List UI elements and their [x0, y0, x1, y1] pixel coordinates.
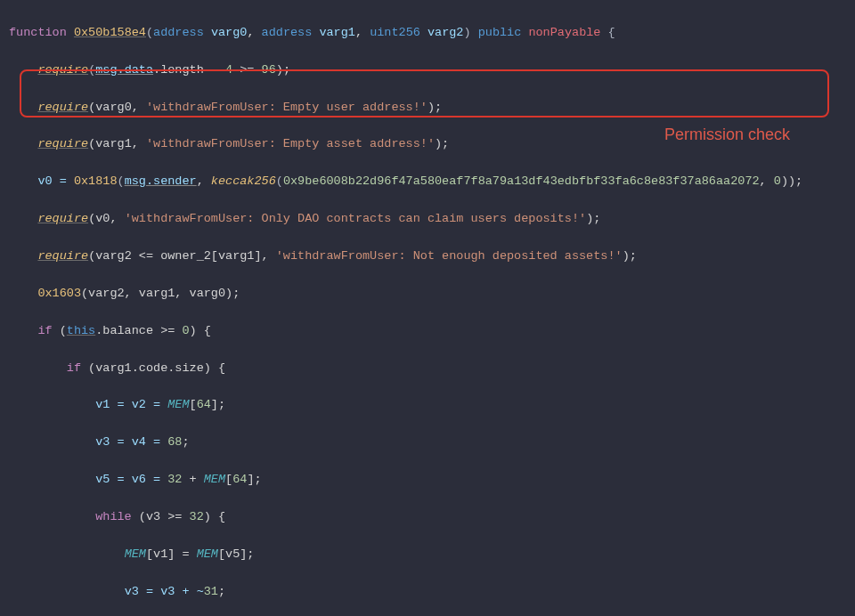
code-line: require(varg2 <= owner_2[varg1], 'withdr… — [9, 247, 855, 266]
code-line: require(msg.data.length - 4 >= 96); — [9, 61, 855, 80]
code-line: v0 = 0x1818(msg.sender, keccak256(0x9be6… — [9, 173, 855, 191]
code-line: v1 = v2 = MEM[64]; — [9, 396, 855, 415]
code-line: require(v0, 'withdrawFromUser: Only DAO … — [9, 210, 855, 229]
annotation-label: Permission check — [664, 123, 790, 148]
code-line: MEM[v1] = MEM[v5]; — [9, 546, 855, 564]
code-line: if (varg1.code.size) { — [9, 360, 855, 378]
code-line: v3 = v4 = 68; — [9, 434, 855, 452]
code-line: v5 = v6 = 32 + MEM[64]; — [9, 471, 855, 490]
code-line: while (v3 >= 32) { — [9, 508, 855, 527]
code-line: if (this.balance >= 0) { — [9, 322, 855, 341]
code-line: function 0x50b158e4(address varg0, addre… — [9, 24, 855, 43]
code-line: v3 = v3 + ~31; — [9, 583, 855, 602]
code-editor[interactable]: function 0x50b158e4(address varg0, addre… — [0, 0, 855, 616]
code-line: require(varg0, 'withdrawFromUser: Empty … — [9, 99, 855, 118]
code-line: 0x1603(varg2, varg1, varg0); — [9, 285, 855, 304]
